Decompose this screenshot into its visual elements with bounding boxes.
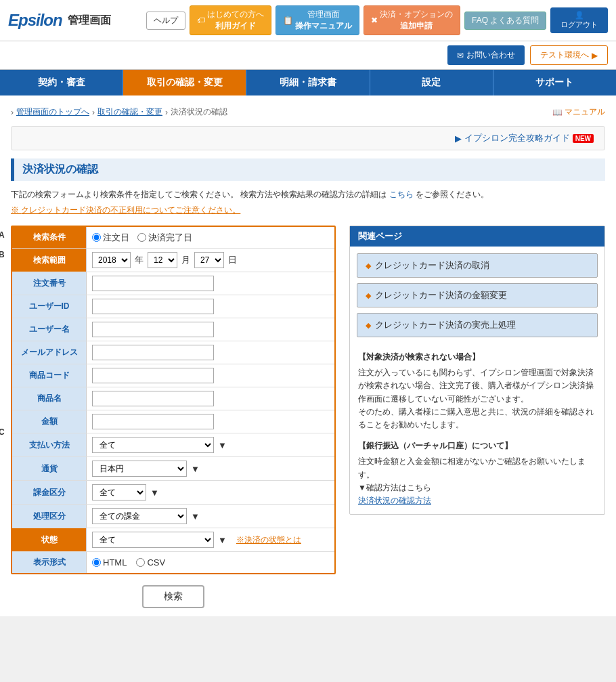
currency-dropdown-icon: ▼ — [191, 464, 200, 474]
guide-banner-label: イプシロン完全攻略ガイド — [464, 132, 570, 144]
side-area: 関連ページ クレジットカード決済の取消 クレジットカード決済の金額変更 クレジッ… — [349, 226, 605, 608]
payment-select[interactable]: 全て クレジットカード コンビニ 銀行振込 その他 — [92, 437, 214, 453]
value-payment: 全て クレジットカード コンビニ 銀行振込 その他 ▼ — [87, 433, 334, 456]
product-name-input[interactable] — [92, 391, 214, 406]
side-info: 【対象決済が検索されない場合】 注文が入っているにも関わらず、イプシロン管理画面… — [350, 344, 604, 514]
radio-csv-input[interactable] — [136, 558, 145, 567]
user-id-input[interactable] — [92, 299, 214, 314]
row-email: メールアドレス — [12, 341, 334, 364]
radio-html-input[interactable] — [92, 558, 101, 567]
side-info-link[interactable]: 決済状況の確認方法 — [358, 496, 431, 505]
year-select[interactable]: 2018 — [92, 252, 131, 268]
test-env-button[interactable]: テスト環境へ ▶ — [530, 45, 608, 65]
label-user-name: ユーザー名 — [12, 318, 87, 341]
page-title: 決済状況の確認 — [22, 163, 597, 177]
label-b: B — [0, 250, 5, 259]
info-text: 下記の検索フォームより検索条件を指定してご検索ください。 検索方法や検索結果の確… — [11, 189, 605, 200]
radio-csv-label: CSV — [147, 557, 165, 568]
logout-button[interactable]: 👤 ログアウト — [550, 7, 608, 33]
breadcrumb-top[interactable]: 管理画面のトップへ — [16, 106, 89, 118]
row-charge: 課金区分 全て 都度課金 継続課金 ▼ — [12, 481, 334, 505]
row-display: 表示形式 HTML CSV — [12, 552, 334, 573]
option-button[interactable]: ✖ 決済・オプションの追加申請 — [364, 5, 460, 35]
radio-order-date[interactable]: 注文日 — [92, 232, 129, 244]
product-code-input[interactable] — [92, 368, 214, 383]
nav-settings[interactable]: 設定 — [370, 70, 493, 95]
charge-select[interactable]: 全て 都度課金 継続課金 — [92, 484, 146, 500]
radio-order-date-label: 注文日 — [103, 232, 129, 244]
side-link-cancel[interactable]: クレジットカード決済の取消 — [357, 253, 598, 278]
guide-banner: ▶ イプシロン完全攻略ガイド NEW — [11, 126, 605, 150]
guide-icon: 🏷 — [197, 16, 205, 25]
label-product-name: 商品名 — [12, 387, 87, 410]
user-name-input[interactable] — [92, 322, 214, 337]
value-order-no — [87, 272, 334, 295]
help-button[interactable]: ヘルプ — [146, 12, 185, 30]
faq-button[interactable]: FAQ よくある質問 — [464, 12, 546, 30]
row-payment: 支払い方法 全て クレジットカード コンビニ 銀行振込 その他 ▼ — [12, 433, 334, 457]
value-status: 全て 処理中 完了 キャンセル ▼ ※決済の状態とは — [87, 528, 334, 551]
row-status: 状態 全て 処理中 完了 キャンセル ▼ ※決済の状態とは — [12, 528, 334, 552]
radio-html[interactable]: HTML — [92, 557, 127, 568]
manual-button[interactable]: 📋 管理画面操作マニュアル — [276, 5, 359, 35]
value-email — [87, 341, 334, 364]
search-button[interactable]: 検索 — [142, 585, 204, 608]
month-select[interactable]: 12 — [148, 252, 177, 268]
option-icon: ✖ — [371, 16, 378, 25]
process-dropdown-icon: ▼ — [191, 511, 200, 521]
arrow-icon2: ▶ — [455, 133, 462, 144]
nav-contract[interactable]: 契約・審査 — [0, 70, 123, 95]
breadcrumb-current: 決済状況の確認 — [171, 106, 227, 118]
status-select[interactable]: 全て 処理中 完了 キャンセル — [92, 532, 214, 548]
side-panel-title: 関連ページ — [350, 226, 604, 247]
radio-order-date-input[interactable] — [92, 233, 101, 242]
currency-select[interactable]: 日本円 USD — [92, 461, 187, 477]
year-label: 年 — [135, 254, 144, 266]
warning-text[interactable]: クレジットカード決済の不正利用についてご注意ください。 — [11, 205, 605, 216]
row-amount: 金額 — [12, 410, 334, 433]
value-search-range: 2018 年 12 月 27 日 — [87, 249, 334, 272]
row-product-code: 商品コード — [12, 364, 334, 387]
email-input[interactable] — [92, 345, 214, 360]
radio-complete-date[interactable]: 決済完了日 — [137, 232, 192, 244]
amount-input[interactable] — [92, 414, 214, 429]
new-badge: NEW — [573, 134, 594, 143]
value-display: HTML CSV — [87, 552, 334, 573]
side-link-amount[interactable]: クレジットカード決済の金額変更 — [357, 283, 598, 307]
person-icon: 👤 — [575, 11, 584, 20]
nav-details[interactable]: 明細・請求書 — [246, 70, 370, 95]
radio-complete-date-input[interactable] — [137, 233, 146, 242]
manual-link-label: マニュアル — [565, 106, 605, 118]
guide-banner-link[interactable]: ▶ イプシロン完全攻略ガイド NEW — [455, 132, 594, 144]
process-select[interactable]: 全ての課金 売上確定 キャンセル — [92, 508, 187, 524]
value-currency: 日本円 USD ▼ — [87, 457, 334, 480]
breadcrumb-transactions[interactable]: 取引の確認・変更 — [97, 106, 162, 118]
logo-epsilon: Epsilon — [8, 11, 62, 30]
guide-button[interactable]: 🏷 はじめての方へ利用ガイド — [190, 5, 271, 35]
nav-support[interactable]: サポート — [493, 70, 616, 95]
logo-title: 管理画面 — [68, 14, 111, 28]
side-info-text2: 注文時金額と入金金額に相違がないかご確認をお願いいたします。▼確認方法はこちら — [358, 455, 596, 494]
side-panel: 関連ページ クレジットカード決済の取消 クレジットカード決済の金額変更 クレジッ… — [349, 226, 605, 515]
value-user-name — [87, 318, 334, 341]
row-user-name: ユーザー名 — [12, 318, 334, 341]
label-c: C — [0, 427, 5, 437]
label-product-code: 商品コード — [12, 364, 87, 387]
radio-csv[interactable]: CSV — [136, 557, 165, 568]
value-process: 全ての課金 売上確定 キャンセル ▼ — [87, 505, 334, 528]
option-label: 決済・オプションの追加申請 — [380, 9, 453, 32]
manual-icon: 📋 — [283, 16, 293, 25]
test-env-label: テスト環境へ — [540, 49, 589, 61]
side-link-sales[interactable]: クレジットカード決済の実売上処理 — [357, 313, 598, 337]
day-label: 日 — [228, 254, 237, 266]
label-process: 処理区分 — [12, 505, 87, 528]
nav-transactions[interactable]: 取引の確認・変更 — [123, 70, 246, 95]
header: Epsilon 管理画面 ヘルプ 🏷 はじめての方へ利用ガイド 📋 管理画面操作… — [0, 0, 616, 41]
day-select[interactable]: 27 — [194, 252, 224, 268]
status-link[interactable]: ※決済の状態とは — [236, 534, 301, 546]
main-nav: 契約・審査 取引の確認・変更 明細・請求書 設定 サポート — [0, 70, 616, 95]
info-link[interactable]: こちら — [389, 190, 414, 199]
manual-link[interactable]: 📖 マニュアル — [552, 106, 605, 118]
contact-button[interactable]: ✉ お問い合わせ — [447, 45, 525, 65]
order-no-input[interactable] — [92, 276, 214, 291]
